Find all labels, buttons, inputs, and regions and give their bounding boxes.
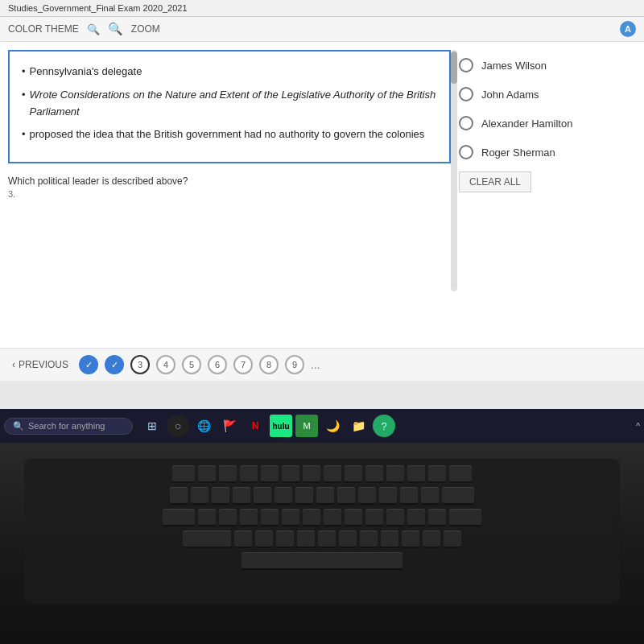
moon-icon[interactable]: 🌙 [321, 415, 344, 437]
nav-dots: ... [311, 358, 320, 371]
option-james-wilson[interactable]: James Wilson [459, 54, 636, 76]
folder-icon[interactable]: 📁 [347, 415, 369, 437]
key-1 [191, 487, 208, 505]
question-box: • Pennsylvania's delegate • Wrote Consid… [8, 50, 451, 163]
key-minus [400, 487, 418, 505]
radio-alexander-hamilton[interactable] [459, 116, 473, 130]
nav-btn-1[interactable]: ✓ [79, 355, 98, 374]
nav-btn-3[interactable]: 3 [130, 355, 150, 374]
key-k [381, 530, 398, 548]
label-roger-sherman: Roger Sherman [481, 147, 555, 159]
laptop-body [0, 443, 644, 644]
nav-btn-4[interactable]: 4 [156, 355, 175, 374]
radio-john-adams[interactable] [459, 87, 473, 101]
nav-btn-8[interactable]: 8 [259, 355, 279, 374]
hulu-icon[interactable]: hulu [270, 415, 292, 437]
radio-james-wilson[interactable] [459, 58, 473, 72]
scrollbar-track[interactable] [451, 50, 457, 291]
color-theme-label: COLOR THEME [8, 23, 79, 35]
zoom-icon-small[interactable]: 🔍 [87, 23, 100, 35]
window-title: Studies_Government_Final Exam 2020_2021 [8, 3, 188, 13]
key-del [449, 465, 472, 483]
windows-icon[interactable]: ⊞ [141, 415, 163, 437]
prev-label: PREVIOUS [19, 359, 68, 370]
prev-arrow-icon: ‹ [12, 359, 15, 370]
clear-all-button[interactable]: CLEAR ALL [459, 171, 531, 192]
key-bracket-l [407, 509, 425, 526]
windows-taskbar: 🔍 Search for anything ⊞ ○ 🌐 🚩 N hulu M 🌙… [0, 409, 644, 443]
key-f4 [261, 465, 279, 483]
keyboard [24, 459, 620, 604]
key-row-3 [31, 509, 613, 526]
key-t [282, 509, 299, 526]
key-o [365, 509, 383, 526]
key-row-2 [31, 487, 613, 505]
key-0 [379, 487, 397, 505]
key-quote [444, 530, 461, 548]
scrollbar-thumb[interactable] [451, 52, 457, 84]
key-p [386, 509, 404, 526]
key-esc [172, 465, 195, 483]
cortana-icon[interactable]: ○ [167, 415, 189, 437]
option-alexander-hamilton[interactable]: Alexander Hamilton [459, 112, 636, 134]
question-footer: Which political leader is described abov… [8, 175, 451, 187]
nav-btn-9[interactable]: 9 [285, 355, 304, 374]
question-number: 3. [8, 189, 451, 199]
key-f6 [303, 465, 320, 483]
edge-icon[interactable]: 🌐 [192, 415, 215, 437]
key-f11 [407, 465, 425, 483]
key-row-1 [31, 465, 613, 483]
key-6 [295, 487, 313, 505]
key-a [234, 530, 252, 548]
a-badge: A [620, 21, 636, 37]
taskbar-search[interactable]: 🔍 Search for anything [4, 418, 133, 435]
key-w [219, 509, 237, 526]
nav-btn-2[interactable]: ✓ [105, 355, 124, 374]
key-u [324, 509, 341, 526]
prev-button[interactable]: ‹ PREVIOUS [12, 359, 68, 370]
label-james-wilson: James Wilson [481, 60, 547, 72]
taskbar-icons: ⊞ ○ 🌐 🚩 N hulu M 🌙 📁 ? [141, 415, 395, 437]
netflix-icon[interactable]: N [244, 415, 266, 437]
key-row-5 [31, 552, 613, 570]
key-enter [449, 509, 481, 526]
key-7 [316, 487, 334, 505]
key-f3 [240, 465, 258, 483]
key-equal [421, 487, 439, 505]
key-backtick [170, 487, 188, 505]
key-row-4 [31, 530, 613, 548]
answer-options: James Wilson John Adams Alexander Hamilt… [459, 50, 636, 340]
zoom-label: ZOOM [131, 23, 160, 35]
bullet-1: • Pennsylvania's delegate [22, 64, 437, 80]
key-d [276, 530, 294, 548]
option-john-adams[interactable]: John Adams [459, 83, 636, 105]
key-f8 [345, 465, 362, 483]
key-backspace [442, 487, 474, 505]
key-h [339, 530, 357, 548]
nav-btn-6[interactable]: 6 [208, 355, 227, 374]
key-f7 [324, 465, 341, 483]
key-q [198, 509, 216, 526]
flag-icon[interactable]: 🚩 [218, 415, 241, 437]
bullet-3: • proposed the idea that the British gov… [22, 126, 437, 143]
taskbar-clock: ^ [636, 422, 640, 431]
radio-roger-sherman[interactable] [459, 145, 473, 159]
key-tab [163, 509, 195, 526]
search-icon: 🔍 [13, 421, 24, 431]
key-l [402, 530, 419, 548]
key-g [318, 530, 336, 548]
label-john-adams: John Adams [481, 89, 539, 101]
key-3 [233, 487, 250, 505]
green-icon[interactable]: M [295, 415, 318, 437]
key-9 [358, 487, 376, 505]
key-f10 [386, 465, 404, 483]
checkmark-icon-2: ✓ [111, 360, 118, 370]
option-roger-sherman[interactable]: Roger Sherman [459, 141, 636, 163]
nav-btn-7[interactable]: 7 [233, 355, 253, 374]
question-navigation: ‹ PREVIOUS ✓ ✓ 3 4 5 6 7 8 9 ... [0, 348, 644, 381]
nav-btn-5[interactable]: 5 [182, 355, 201, 374]
key-bracket-r [428, 509, 446, 526]
help-icon[interactable]: ? [373, 415, 395, 437]
zoom-icon-large[interactable]: 🔍 [108, 22, 123, 36]
key-space [242, 552, 402, 570]
